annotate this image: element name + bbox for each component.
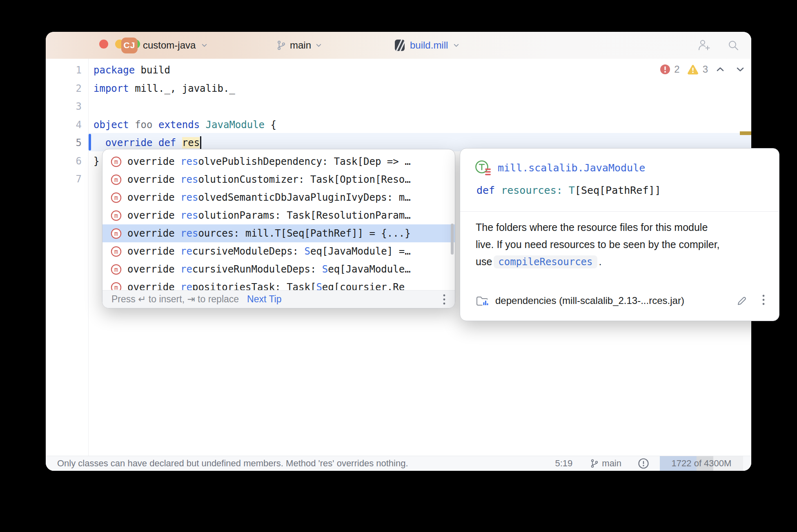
trait-icon [474, 158, 493, 177]
chevron-down-icon [201, 42, 208, 49]
previous-issue-icon[interactable] [715, 64, 726, 74]
code-token: S [322, 264, 328, 275]
svg-text:m: m [114, 194, 118, 202]
completion-item[interactable]: moverride resolvePublishDependency: Task… [102, 153, 455, 171]
code-token: olvePublishDependency: Task[Dep => … [198, 156, 410, 167]
project-name: custom-java [143, 40, 196, 51]
line-number[interactable]: 1 [46, 61, 82, 80]
doc-description: The folders where the resource files for… [476, 219, 720, 270]
chevron-down-icon [453, 42, 460, 49]
doc-signature: def resources: T[Seq[PathRef]] [476, 184, 661, 196]
code-token: res [180, 210, 198, 221]
method-icon: m [111, 192, 122, 203]
vcs-branch-widget[interactable]: main [277, 32, 322, 59]
svg-text:m: m [114, 248, 118, 255]
code-token: res [180, 174, 198, 185]
completion-hint: Press ↵ to insert, ⇥ to replace [111, 294, 239, 305]
svg-text:m: m [114, 176, 118, 184]
edit-source-icon[interactable] [736, 295, 747, 306]
compile-resources-code-chip[interactable]: compileResources [494, 255, 597, 268]
code-token: re [180, 264, 192, 275]
completion-item[interactable]: moverride resources: mill.T[Seq[PathRef]… [102, 224, 455, 242]
code-line[interactable]: object foo extends JavaModule { [94, 116, 276, 134]
code-token: cursiveRunModuleDeps: [192, 264, 322, 275]
line-number[interactable]: 3 [46, 98, 82, 116]
code-token [94, 137, 105, 149]
project-avatar: CJ [121, 38, 138, 53]
code-token: res [180, 228, 198, 239]
line-number[interactable]: 5 [46, 134, 82, 152]
line-number[interactable]: 6 [46, 152, 82, 171]
git-branch-icon [590, 459, 599, 468]
svg-text:m: m [114, 230, 118, 237]
code-token: override [127, 174, 180, 185]
code-token: build [135, 64, 170, 76]
status-widgets: 5:19 main 1722 of 4300M [555, 456, 743, 471]
doc-dependency-source: dependencies (mill-scalalib_2.13-...rces… [495, 295, 684, 306]
code-token: resources: [501, 184, 563, 196]
method-icon: m [111, 210, 122, 221]
code-token: override [127, 156, 180, 167]
next-tip-link[interactable]: Next Tip [247, 294, 281, 305]
status-message: Only classes can have declared but undef… [57, 456, 408, 471]
line-number[interactable]: 7 [46, 170, 82, 188]
code-token: import [94, 83, 129, 94]
error-count: 2 [674, 64, 679, 75]
completion-item[interactable]: moverride recursiveRunModuleDeps: Seq[Ja… [102, 260, 455, 278]
doc-text-line: live. If you need resources to be seen b… [476, 236, 720, 253]
code-token: ources: mill.T[Seq[PathRef]] = {...} [198, 228, 410, 239]
completion-item[interactable]: moverride repositoriesTask: Task[Seq[cou… [102, 278, 455, 290]
code-line[interactable]: import mill._, javalib._ [94, 80, 276, 98]
line-number-gutter: 1234567 [46, 61, 84, 188]
method-icon: m [111, 156, 122, 167]
analyzer-stripe-mark[interactable] [740, 131, 751, 135]
line-number[interactable]: 4 [46, 116, 82, 134]
code-token: override [127, 246, 180, 257]
code-token: olutionCustomizer: Task[Option[Reso… [198, 174, 410, 185]
error-count-icon [660, 64, 670, 75]
project-widget[interactable]: CJ custom-java [121, 32, 208, 59]
code-token [153, 137, 158, 149]
memory-indicator[interactable]: 1722 of 4300M [660, 456, 743, 471]
add-user-icon[interactable] [697, 39, 710, 51]
status-branch-widget[interactable]: main [590, 456, 621, 471]
completion-item[interactable]: moverride recursiveModuleDeps: Seq[JavaM… [102, 242, 455, 260]
code-token: re [180, 246, 192, 257]
completion-scrollbar[interactable] [451, 224, 454, 255]
doc-text-line: The folders where the resource files for… [476, 219, 720, 236]
method-icon: m [111, 228, 122, 239]
code-line[interactable]: package build [94, 61, 276, 80]
completion-item[interactable]: moverride resolvedSemanticDbJavaPluginIv… [102, 188, 455, 206]
git-branch-icon [277, 40, 286, 50]
code-token: re [180, 282, 192, 290]
file-switcher[interactable]: build.mill [394, 32, 460, 59]
completion-popup: moverride resolvePublishDependency: Task… [102, 149, 455, 308]
completion-item[interactable]: moverride resolutionCustomizer: Task[Opt… [102, 171, 455, 188]
next-issue-icon[interactable] [735, 64, 746, 74]
search-icon[interactable] [728, 40, 739, 51]
code-token: package [94, 64, 135, 76]
notifications-icon[interactable] [638, 458, 649, 469]
completion-menu-icon[interactable] [443, 293, 446, 306]
method-icon: m [111, 246, 122, 257]
method-icon: m [111, 174, 122, 185]
code-token: res [180, 156, 198, 167]
code-token: T [569, 184, 575, 196]
branch-name: main [290, 40, 311, 51]
doc-qualified-name[interactable]: mill.scalalib.JavaModule [498, 162, 645, 174]
code-token: def [158, 137, 176, 149]
completion-item[interactable]: moverride resolutionParams: Task[Resolut… [102, 206, 455, 224]
close-window-button[interactable] [99, 40, 108, 49]
library-dependency-icon [476, 295, 489, 306]
inspections-widget[interactable]: 2 3 [660, 64, 746, 75]
line-number[interactable]: 2 [46, 80, 82, 98]
code-token: def [476, 184, 501, 196]
svg-text:m: m [114, 212, 118, 219]
line-column-indicator[interactable]: 5:19 [555, 456, 572, 471]
code-token: eq[JavaModule] =… [310, 246, 411, 257]
code-token: [Seq[PathRef]] [575, 184, 661, 196]
doc-menu-icon[interactable] [762, 294, 765, 308]
code-line[interactable] [94, 98, 276, 116]
status-branch-name: main [602, 456, 621, 471]
code-token: JavaModule [206, 119, 265, 131]
